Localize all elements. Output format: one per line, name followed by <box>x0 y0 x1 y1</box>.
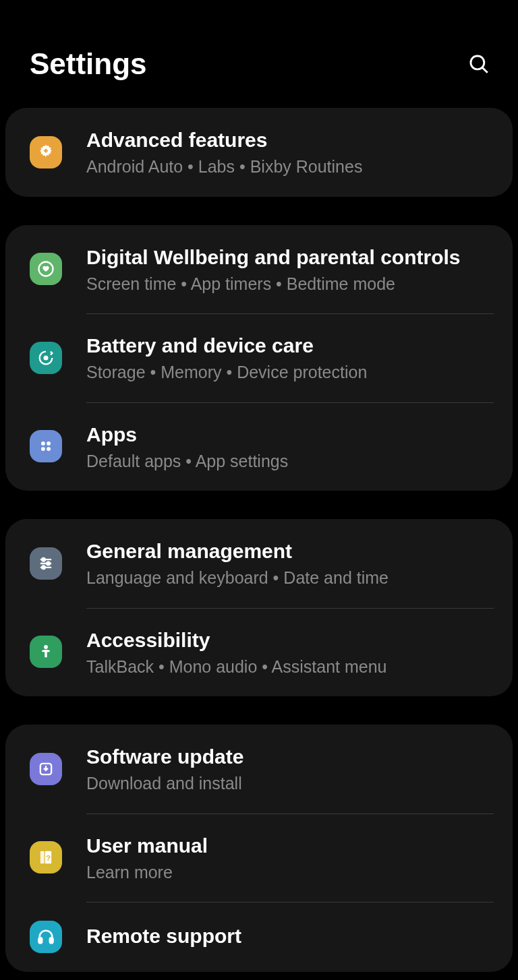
settings-item[interactable]: AccessibilityTalkBack • Mono audio • Ass… <box>5 608 513 697</box>
settings-item[interactable]: Battery and device careStorage • Memory … <box>5 313 513 402</box>
item-text: Advanced featuresAndroid Auto • Labs • B… <box>86 127 496 178</box>
header: Settings <box>0 0 518 108</box>
item-title: User manual <box>86 832 496 859</box>
item-subtitle: Download and install <box>86 772 496 795</box>
item-text: Digital Wellbeing and parental controlsS… <box>86 244 496 295</box>
item-subtitle: Default apps • App settings <box>86 450 496 472</box>
settings-list: Advanced featuresAndroid Auto • Labs • B… <box>0 108 518 972</box>
settings-item[interactable]: Software updateDownload and install <box>5 725 513 814</box>
item-text: General managementLanguage and keyboard … <box>86 538 496 589</box>
refresh-circle-icon <box>30 342 62 374</box>
item-text: User manualLearn more <box>86 832 496 884</box>
svg-point-8 <box>41 447 45 451</box>
book-question-icon: ? <box>30 841 62 874</box>
item-title: Digital Wellbeing and parental controls <box>86 244 496 270</box>
item-text: Remote support <box>86 923 496 952</box>
item-text: Battery and device careStorage • Memory … <box>86 332 496 384</box>
item-title: General management <box>86 538 496 564</box>
item-subtitle: TalkBack • Mono audio • Assistant menu <box>86 656 496 678</box>
settings-group: Digital Wellbeing and parental controlsS… <box>5 225 513 491</box>
svg-point-11 <box>42 558 45 561</box>
settings-item[interactable]: Advanced featuresAndroid Auto • Labs • B… <box>5 108 513 197</box>
item-text: Software updateDownload and install <box>86 743 496 795</box>
svg-point-15 <box>42 565 45 569</box>
svg-rect-22 <box>50 938 53 943</box>
heart-circle-icon <box>30 253 62 285</box>
search-icon <box>467 53 490 75</box>
item-title: Advanced features <box>86 127 496 153</box>
settings-item[interactable]: AppsDefault apps • App settings <box>5 402 513 491</box>
person-icon <box>30 636 62 668</box>
item-subtitle: Storage • Memory • Device protection <box>86 361 496 384</box>
svg-point-16 <box>44 645 48 649</box>
dots-four-icon <box>30 430 62 462</box>
settings-group: Software updateDownload and install?User… <box>5 725 513 972</box>
svg-rect-21 <box>39 938 42 943</box>
item-subtitle: Learn more <box>86 861 496 884</box>
settings-item[interactable]: Remote support <box>5 902 513 972</box>
item-title: Apps <box>86 421 496 448</box>
svg-line-1 <box>482 67 487 72</box>
item-text: AccessibilityTalkBack • Mono audio • Ass… <box>86 627 496 678</box>
svg-point-13 <box>47 561 50 565</box>
download-circle-icon <box>30 753 62 785</box>
settings-item[interactable]: Digital Wellbeing and parental controlsS… <box>5 225 513 314</box>
svg-point-0 <box>471 56 484 69</box>
item-title: Software update <box>86 743 496 770</box>
settings-item[interactable]: ?User manualLearn more <box>5 814 513 902</box>
item-title: Battery and device care <box>86 332 496 359</box>
headphones-icon <box>30 921 62 953</box>
svg-point-5 <box>44 355 49 360</box>
settings-group: General managementLanguage and keyboard … <box>5 519 513 696</box>
item-subtitle: Language and keyboard • Date and time <box>86 567 496 589</box>
svg-point-9 <box>47 447 51 451</box>
svg-point-7 <box>47 441 51 446</box>
gear-plus-icon <box>30 136 62 169</box>
item-text: AppsDefault apps • App settings <box>86 421 496 472</box>
svg-text:?: ? <box>46 853 51 862</box>
svg-rect-18 <box>40 851 45 864</box>
page-title: Settings <box>30 47 147 81</box>
item-subtitle: Android Auto • Labs • Bixby Routines <box>86 156 496 178</box>
settings-group: Advanced featuresAndroid Auto • Labs • B… <box>5 108 513 197</box>
item-title: Remote support <box>86 923 496 949</box>
svg-rect-3 <box>44 150 48 151</box>
search-button[interactable] <box>467 52 491 76</box>
item-title: Accessibility <box>86 627 496 653</box>
svg-point-6 <box>41 441 45 446</box>
settings-item[interactable]: General managementLanguage and keyboard … <box>5 519 513 608</box>
sliders-icon <box>30 547 62 580</box>
item-subtitle: Screen time • App timers • Bedtime mode <box>86 273 496 295</box>
